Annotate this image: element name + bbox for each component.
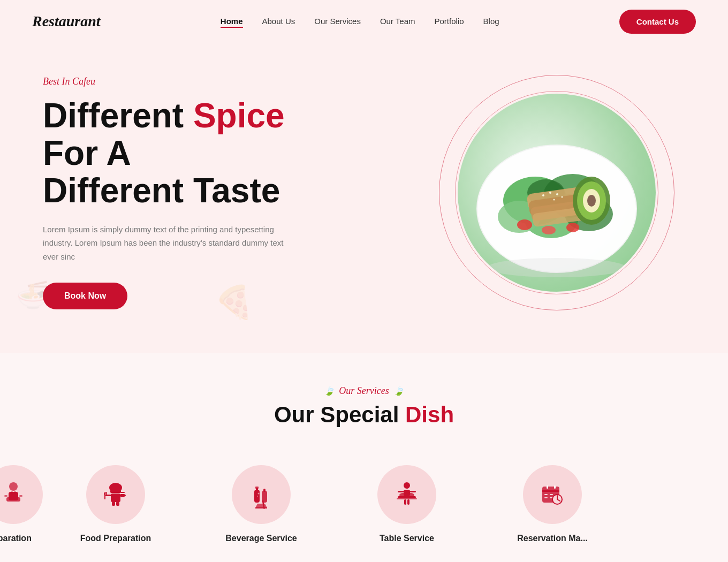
svg-rect-30 bbox=[19, 495, 22, 497]
svg-rect-65 bbox=[410, 491, 416, 492]
nav-link-team[interactable]: Our Team bbox=[380, 17, 415, 26]
hero-description: Lorem Ipsum is simply dummy text of the … bbox=[43, 223, 300, 264]
nav-link-about[interactable]: About Us bbox=[262, 17, 295, 26]
nav-item-home[interactable]: Home bbox=[221, 17, 243, 26]
table-icon-wrap bbox=[377, 465, 436, 524]
services-title-part1: Our Special bbox=[274, 402, 405, 427]
services-label-text: Our Services bbox=[339, 385, 389, 397]
svg-rect-51 bbox=[263, 489, 266, 492]
chef-icon bbox=[0, 480, 28, 509]
svg-point-55 bbox=[257, 496, 258, 497]
service-name-reservation: Reservation Ma... bbox=[517, 534, 588, 543]
services-label: 🍃 Our Services 🍃 bbox=[0, 385, 728, 397]
book-now-button[interactable]: Book Now bbox=[43, 283, 127, 309]
svg-point-17 bbox=[562, 196, 563, 198]
svg-rect-76 bbox=[547, 485, 548, 489]
service-name-beverage: Beverage Service bbox=[225, 534, 297, 543]
service-card-beverage[interactable]: Beverage Service bbox=[188, 460, 334, 559]
beverage-icon bbox=[247, 480, 276, 509]
reservation-icon bbox=[538, 480, 567, 509]
svg-rect-40 bbox=[105, 492, 106, 495]
table-service-icon bbox=[392, 480, 421, 509]
hero-title-highlight: Spice bbox=[193, 96, 285, 135]
svg-point-14 bbox=[549, 192, 551, 194]
service-name-preparation: Preparation bbox=[0, 534, 32, 543]
nav-item-services[interactable]: Our Services bbox=[314, 17, 361, 26]
svg-rect-31 bbox=[11, 491, 13, 495]
nav-link-home[interactable]: Home bbox=[221, 17, 243, 28]
svg-rect-70 bbox=[544, 497, 548, 498]
service-name-table: Table Service bbox=[380, 534, 434, 543]
svg-rect-39 bbox=[104, 492, 105, 495]
svg-rect-77 bbox=[554, 485, 556, 489]
svg-rect-63 bbox=[407, 499, 410, 505]
hero-title-part1: Different bbox=[43, 96, 193, 135]
services-title: Our Special Dish bbox=[0, 402, 728, 428]
service-card-table[interactable]: Table Service bbox=[334, 460, 480, 559]
svg-rect-32 bbox=[14, 491, 16, 495]
svg-point-23 bbox=[566, 223, 579, 232]
svg-point-22 bbox=[517, 219, 532, 230]
svg-rect-35 bbox=[111, 493, 120, 502]
svg-point-16 bbox=[553, 199, 555, 201]
svg-point-60 bbox=[399, 493, 407, 497]
nav-link-portfolio[interactable]: Portfolio bbox=[435, 17, 464, 26]
svg-rect-36 bbox=[105, 495, 112, 496]
reservation-icon-wrap bbox=[523, 465, 582, 524]
nav-item-portfolio[interactable]: Portfolio bbox=[435, 17, 464, 26]
svg-rect-46 bbox=[116, 502, 119, 506]
svg-rect-64 bbox=[398, 491, 404, 492]
nav-item-blog[interactable]: Blog bbox=[483, 17, 499, 26]
svg-point-61 bbox=[407, 493, 414, 497]
food-illustration bbox=[466, 102, 648, 284]
svg-point-54 bbox=[258, 493, 260, 495]
services-section: 🍃 Our Services 🍃 Our Special Dish Prepar… bbox=[0, 353, 728, 562]
service-card-preparation-partial[interactable]: Preparation bbox=[0, 460, 43, 559]
service-card-reservation[interactable]: Reservation Ma... bbox=[480, 460, 625, 559]
hero-title-part2: For A bbox=[43, 134, 131, 172]
svg-point-25 bbox=[487, 258, 626, 277]
service-card-food-preparation[interactable]: Food Preparation bbox=[43, 460, 188, 559]
svg-rect-69 bbox=[550, 494, 553, 495]
svg-rect-28 bbox=[6, 497, 20, 502]
svg-point-24 bbox=[542, 226, 556, 234]
hero-title-line2: Different Taste bbox=[43, 171, 280, 210]
svg-rect-49 bbox=[255, 487, 259, 489]
hero-content: Best In Cafeu Different Spice For A Diff… bbox=[43, 76, 343, 310]
nav-links: Home About Us Our Services Our Team Port… bbox=[221, 17, 499, 26]
nav-link-blog[interactable]: Blog bbox=[483, 17, 499, 26]
svg-rect-43 bbox=[120, 494, 125, 495]
leaf-icon-right: 🍃 bbox=[393, 386, 404, 396]
svg-rect-45 bbox=[112, 502, 115, 506]
navbar: Restaurant Home About Us Our Services Ou… bbox=[0, 0, 728, 43]
leaf-icon-left: 🍃 bbox=[324, 386, 335, 396]
svg-point-21 bbox=[587, 195, 596, 207]
svg-rect-41 bbox=[106, 492, 107, 495]
svg-rect-34 bbox=[110, 490, 121, 493]
svg-rect-44 bbox=[120, 496, 125, 497]
svg-rect-59 bbox=[397, 498, 417, 499]
services-cards: Preparation bbox=[0, 449, 728, 562]
beverage-icon-wrap bbox=[232, 465, 291, 524]
food-prep-icon-wrap bbox=[86, 465, 145, 524]
nav-item-about[interactable]: About Us bbox=[262, 17, 295, 26]
svg-rect-42 bbox=[120, 492, 125, 493]
hero-food-image bbox=[458, 94, 656, 292]
nav-link-services[interactable]: Our Services bbox=[314, 17, 361, 26]
services-title-highlight: Dish bbox=[405, 402, 454, 427]
contact-button[interactable]: Contact Us bbox=[619, 10, 696, 34]
chef-full-icon bbox=[101, 480, 130, 509]
svg-point-26 bbox=[9, 482, 18, 491]
svg-rect-67 bbox=[542, 490, 559, 492]
svg-rect-68 bbox=[544, 494, 548, 495]
hero-section: 🍜 🍕 Best In Cafeu Different Spice For A … bbox=[0, 43, 728, 353]
svg-rect-29 bbox=[4, 495, 7, 497]
brand-logo[interactable]: Restaurant bbox=[32, 13, 101, 30]
nav-item-team[interactable]: Our Team bbox=[380, 17, 415, 26]
svg-point-56 bbox=[404, 482, 410, 489]
svg-point-13 bbox=[542, 194, 544, 196]
svg-point-15 bbox=[556, 193, 558, 195]
hero-title: Different Spice For A Different Taste bbox=[43, 97, 343, 210]
hero-image-area bbox=[428, 64, 685, 321]
service-name-food-preparation: Food Preparation bbox=[80, 534, 151, 543]
